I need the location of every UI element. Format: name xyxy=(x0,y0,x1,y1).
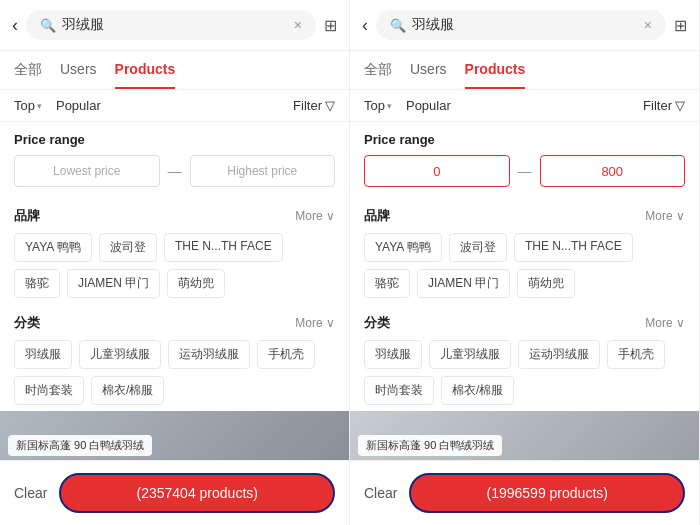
right-brand-tags: YAYA 鸭鸭 波司登 THE N...TH FACE 骆驼 JIAMEN 甲门… xyxy=(364,233,685,298)
right-price-header: Price range xyxy=(364,132,685,147)
right-product-info: 新国标高蓬 90 白鸭绒羽绒 xyxy=(358,435,502,456)
right-brand-section: 品牌 More ∨ YAYA 鸭鸭 波司登 THE N...TH FACE 骆驼… xyxy=(350,197,699,304)
left-sort-top[interactable]: Top ▾ xyxy=(14,98,42,113)
left-filter[interactable]: Filter ▽ xyxy=(293,98,335,113)
right-sort-bar: Top ▾ Popular Filter ▽ xyxy=(350,90,699,122)
right-brand-tag-3[interactable]: 骆驼 xyxy=(364,269,410,298)
right-category-tag-5[interactable]: 棉衣/棉服 xyxy=(441,376,514,405)
left-grid-icon[interactable]: ⊞ xyxy=(324,16,337,35)
left-brand-tag-3[interactable]: 骆驼 xyxy=(14,269,60,298)
left-search-bar[interactable]: 🔍 羽绒服 × xyxy=(26,10,316,40)
left-category-tag-5[interactable]: 棉衣/棉服 xyxy=(91,376,164,405)
left-search-text: 羽绒服 xyxy=(62,16,288,34)
left-bottom-bar: Clear (2357404 products) xyxy=(0,460,349,525)
left-apply-button[interactable]: (2357404 products) xyxy=(59,473,335,513)
right-brand-more[interactable]: More ∨ xyxy=(645,209,685,223)
right-sort-top[interactable]: Top ▾ xyxy=(364,98,392,113)
right-back-button[interactable]: ‹ xyxy=(362,15,368,36)
left-brand-tags: YAYA 鸭鸭 波司登 THE N...TH FACE 骆驼 JIAMEN 甲门… xyxy=(14,233,335,298)
right-category-header: 分类 More ∨ xyxy=(364,314,685,332)
right-bottom-bar: Clear (1996599 products) xyxy=(350,460,699,525)
left-price-high[interactable]: Highest price xyxy=(190,155,336,187)
left-sort-popular[interactable]: Popular xyxy=(56,98,101,113)
left-brand-tag-1[interactable]: 波司登 xyxy=(99,233,157,262)
right-tab-products[interactable]: Products xyxy=(465,51,526,89)
right-price-title: Price range xyxy=(364,132,435,147)
right-clear-button[interactable]: Clear xyxy=(364,485,397,501)
left-product-preview: 新国标高蓬 90 白鸭绒羽绒 xyxy=(0,411,349,460)
right-category-tag-0[interactable]: 羽绒服 xyxy=(364,340,422,369)
right-price-dash: — xyxy=(518,163,532,179)
right-price-high[interactable]: 800 xyxy=(540,155,686,187)
left-price-section: Price range Lowest price — Highest price xyxy=(0,122,349,197)
left-brand-section: 品牌 More ∨ YAYA 鸭鸭 波司登 THE N...TH FACE 骆驼… xyxy=(0,197,349,304)
left-tab-all[interactable]: 全部 xyxy=(14,51,42,89)
right-search-clear[interactable]: × xyxy=(644,17,652,33)
left-brand-more[interactable]: More ∨ xyxy=(295,209,335,223)
left-brand-header: 品牌 More ∨ xyxy=(14,207,335,225)
left-price-header: Price range xyxy=(14,132,335,147)
right-category-tag-4[interactable]: 时尚套装 xyxy=(364,376,434,405)
right-brand-header: 品牌 More ∨ xyxy=(364,207,685,225)
left-tabs: 全部 Users Products xyxy=(0,51,349,90)
left-search-clear[interactable]: × xyxy=(294,17,302,33)
left-price-low[interactable]: Lowest price xyxy=(14,155,160,187)
right-sort-top-arrow: ▾ xyxy=(387,101,392,111)
right-brand-tag-2[interactable]: THE N...TH FACE xyxy=(514,233,633,262)
right-brand-tag-4[interactable]: JIAMEN 甲门 xyxy=(417,269,510,298)
right-category-title: 分类 xyxy=(364,314,390,332)
left-brand-tag-5[interactable]: 萌幼兜 xyxy=(167,269,225,298)
right-tab-users[interactable]: Users xyxy=(410,51,447,89)
right-price-section: Price range 0 — 800 xyxy=(350,122,699,197)
right-category-tags: 羽绒服 儿童羽绒服 运动羽绒服 手机壳 时尚套装 棉衣/棉服 xyxy=(364,340,685,405)
left-tab-products[interactable]: Products xyxy=(115,51,176,89)
right-brand-tag-1[interactable]: 波司登 xyxy=(449,233,507,262)
left-brand-tag-0[interactable]: YAYA 鸭鸭 xyxy=(14,233,92,262)
right-product-image: 新国标高蓬 90 白鸭绒羽绒 xyxy=(350,411,699,460)
right-sort-popular[interactable]: Popular xyxy=(406,98,451,113)
left-category-more[interactable]: More ∨ xyxy=(295,316,335,330)
right-brand-tag-0[interactable]: YAYA 鸭鸭 xyxy=(364,233,442,262)
left-category-tag-2[interactable]: 运动羽绒服 xyxy=(168,340,250,369)
right-apply-button[interactable]: (1996599 products) xyxy=(409,473,685,513)
left-product-info: 新国标高蓬 90 白鸭绒羽绒 xyxy=(8,435,152,456)
right-filter[interactable]: Filter ▽ xyxy=(643,98,685,113)
right-search-icon: 🔍 xyxy=(390,18,406,33)
right-panel: ‹ 🔍 羽绒服 × ⊞ 全部 Users Products Top ▾ Popu… xyxy=(350,0,700,525)
left-category-title: 分类 xyxy=(14,314,40,332)
left-price-title: Price range xyxy=(14,132,85,147)
right-search-bar[interactable]: 🔍 羽绒服 × xyxy=(376,10,666,40)
right-category-section: 分类 More ∨ 羽绒服 儿童羽绒服 运动羽绒服 手机壳 时尚套装 棉衣/棉服 xyxy=(350,304,699,411)
left-category-tag-1[interactable]: 儿童羽绒服 xyxy=(79,340,161,369)
left-brand-tag-4[interactable]: JIAMEN 甲门 xyxy=(67,269,160,298)
right-search-text: 羽绒服 xyxy=(412,16,638,34)
right-category-tag-1[interactable]: 儿童羽绒服 xyxy=(429,340,511,369)
right-tab-all[interactable]: 全部 xyxy=(364,51,392,89)
left-sort-top-arrow: ▾ xyxy=(37,101,42,111)
left-category-section: 分类 More ∨ 羽绒服 儿童羽绒服 运动羽绒服 手机壳 时尚套装 棉衣/棉服 xyxy=(0,304,349,411)
right-grid-icon[interactable]: ⊞ xyxy=(674,16,687,35)
right-category-tag-3[interactable]: 手机壳 xyxy=(607,340,665,369)
left-brand-title: 品牌 xyxy=(14,207,40,225)
right-category-tag-2[interactable]: 运动羽绒服 xyxy=(518,340,600,369)
left-search-icon: 🔍 xyxy=(40,18,56,33)
left-brand-tag-2[interactable]: THE N...TH FACE xyxy=(164,233,283,262)
left-panel: ‹ 🔍 羽绒服 × ⊞ 全部 Users Products Top ▾ Popu… xyxy=(0,0,350,525)
right-category-more[interactable]: More ∨ xyxy=(645,316,685,330)
left-price-dash: — xyxy=(168,163,182,179)
left-sort-bar: Top ▾ Popular Filter ▽ xyxy=(0,90,349,122)
left-product-image: 新国标高蓬 90 白鸭绒羽绒 xyxy=(0,411,349,460)
right-brand-tag-5[interactable]: 萌幼兜 xyxy=(517,269,575,298)
right-price-range: 0 — 800 xyxy=(364,155,685,187)
left-category-tag-0[interactable]: 羽绒服 xyxy=(14,340,72,369)
right-price-low[interactable]: 0 xyxy=(364,155,510,187)
left-category-tag-4[interactable]: 时尚套装 xyxy=(14,376,84,405)
right-tabs: 全部 Users Products xyxy=(350,51,699,90)
left-back-button[interactable]: ‹ xyxy=(12,15,18,36)
right-product-preview: 新国标高蓬 90 白鸭绒羽绒 xyxy=(350,411,699,460)
left-clear-button[interactable]: Clear xyxy=(14,485,47,501)
left-category-header: 分类 More ∨ xyxy=(14,314,335,332)
left-category-tag-3[interactable]: 手机壳 xyxy=(257,340,315,369)
left-category-tags: 羽绒服 儿童羽绒服 运动羽绒服 手机壳 时尚套装 棉衣/棉服 xyxy=(14,340,335,405)
left-tab-users[interactable]: Users xyxy=(60,51,97,89)
